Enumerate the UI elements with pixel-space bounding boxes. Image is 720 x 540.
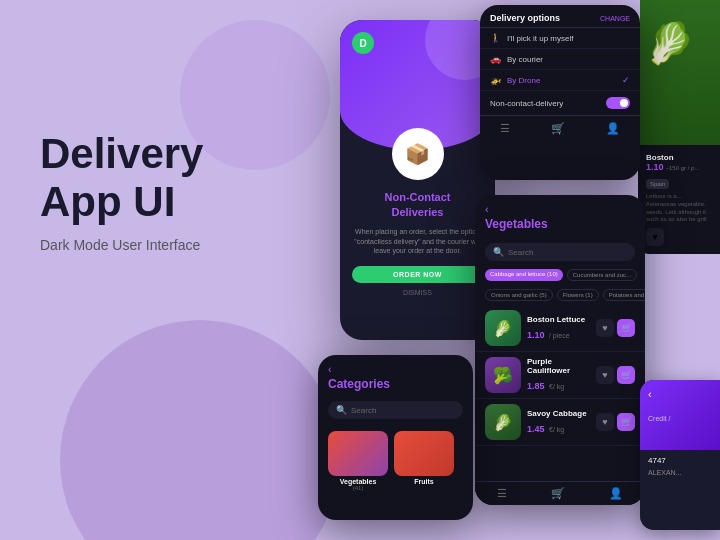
cabbage-image: 🥬 bbox=[485, 404, 521, 440]
vegetables-category-count: (41) bbox=[328, 485, 388, 491]
lettuce-price: 1.10 bbox=[527, 330, 545, 340]
cat-back-button[interactable]: ‹ bbox=[328, 363, 463, 375]
fruits-category-label: Fruits bbox=[394, 478, 454, 485]
veg-search-bar[interactable]: 🔍 Search bbox=[485, 243, 635, 261]
cat-item-vegetables[interactable]: Vegetables (41) bbox=[328, 431, 388, 491]
phone-delivery-options: Delivery options CHANGE 🚶 I'll pick it u… bbox=[480, 5, 640, 180]
categories-title: Categories bbox=[328, 377, 463, 391]
lettuce-cart-button[interactable]: 🛒 bbox=[617, 319, 635, 337]
veg-back-button[interactable]: ‹ bbox=[485, 203, 635, 215]
cauliflower-emoji: 🥦 bbox=[485, 357, 521, 393]
dismiss-button[interactable]: DISMISS bbox=[352, 289, 483, 296]
card-number: 4747 bbox=[648, 456, 712, 465]
heart-button-boston[interactable]: ♥ bbox=[646, 228, 664, 246]
menu-icon[interactable]: ☰ bbox=[500, 122, 510, 135]
cat-item-fruits[interactable]: Fruits bbox=[394, 431, 454, 491]
cat-search-bar[interactable]: 🔍 Search bbox=[328, 401, 463, 419]
tag-potatoes[interactable]: Potatoes and o... bbox=[603, 289, 645, 301]
bottom-nav-delivery: ☰ 🛒 👤 bbox=[480, 115, 640, 141]
tag-onions[interactable]: Onions and garlic (5) bbox=[485, 289, 553, 301]
boston-name: Boston bbox=[646, 153, 712, 162]
fruit-cat-bg bbox=[394, 431, 454, 476]
origin-badge: Spain bbox=[646, 179, 669, 189]
change-link[interactable]: CHANGE bbox=[600, 15, 630, 22]
drone-icon: 🚁 bbox=[490, 75, 501, 85]
drone-label: By Drone bbox=[507, 76, 540, 85]
cabbage-actions: ♥ 🛒 bbox=[596, 413, 635, 431]
veg-menu-icon[interactable]: ☰ bbox=[497, 487, 507, 500]
lettuce-name: Boston Lettuce bbox=[527, 315, 590, 324]
credit-top: ‹ Credit / bbox=[640, 380, 720, 450]
vegetables-title: Vegetables bbox=[485, 217, 635, 231]
phone-center-top: D 📦 bbox=[340, 20, 495, 150]
cauliflower-heart-button[interactable]: ♥ bbox=[596, 366, 614, 384]
pickup-label: I'll pick it up myself bbox=[507, 34, 573, 43]
cauliflower-cart-button[interactable]: 🛒 bbox=[617, 366, 635, 384]
cat-header: ‹ Categories bbox=[318, 355, 473, 397]
veg-item-cauliflower: 🥦 Purple Cauliflower 1.85 €/ kg ♥ 🛒 bbox=[475, 352, 645, 399]
courier-option[interactable]: 🚗 By courier bbox=[480, 49, 640, 70]
drone-option[interactable]: 🚁 By Drone ✓ bbox=[480, 70, 640, 91]
pickup-option[interactable]: 🚶 I'll pick it up myself bbox=[480, 28, 640, 49]
walk-icon: 🚶 bbox=[490, 33, 501, 43]
phone-categories: ‹ Categories 🔍 Search Vegetables (41) Fr… bbox=[318, 355, 473, 520]
cabbage-price: 1.45 bbox=[527, 424, 545, 434]
delivery-header: Delivery options CHANGE bbox=[480, 5, 640, 28]
veg-cat-bg bbox=[328, 431, 388, 476]
phone-center: D 📦 Non-Contact Deliveries When placing … bbox=[340, 20, 495, 340]
cauliflower-price: 1.85 bbox=[527, 381, 545, 391]
non-contact-toggle[interactable] bbox=[606, 97, 630, 109]
veg-item-lettuce: 🥬 Boston Lettuce 1.10 / piece ♥ 🛒 bbox=[475, 305, 645, 352]
car-icon: 🚗 bbox=[490, 54, 501, 64]
lettuce-actions: ♥ 🛒 bbox=[596, 319, 635, 337]
order-now-button[interactable]: ORDER NOW bbox=[352, 266, 483, 283]
veg-cart-icon[interactable]: 🛒 bbox=[551, 487, 565, 500]
categories-grid: Vegetables (41) Fruits bbox=[318, 423, 473, 499]
vegetables-category-label: Vegetables bbox=[328, 478, 388, 485]
delivery-box-icon: 📦 bbox=[392, 128, 444, 180]
cauliflower-actions: ♥ 🛒 bbox=[596, 366, 635, 384]
boston-price: 1.10 bbox=[646, 162, 664, 172]
card-name: ALEXAN... bbox=[648, 469, 712, 476]
app-subtitle: Dark Mode User Interface bbox=[40, 237, 203, 253]
user-avatar: D bbox=[352, 32, 374, 54]
credit-label: Credit / bbox=[648, 415, 712, 422]
veg-bottom-nav: ☰ 🛒 👤 bbox=[475, 481, 645, 505]
lettuce-info: Boston Lettuce 1.10 / piece bbox=[527, 315, 590, 342]
boston-detail-card: Boston 1.10 ~150 gr / p... Spain Lettuce… bbox=[638, 145, 720, 254]
app-title-line1: Delivery bbox=[40, 130, 203, 178]
left-panel: Delivery App UI Dark Mode User Interface bbox=[40, 130, 203, 253]
courier-label: By courier bbox=[507, 55, 543, 64]
cabbage-cart-button[interactable]: 🛒 bbox=[617, 413, 635, 431]
phone-vegetables: ‹ Vegetables 🔍 Search Cabbage and lettuc… bbox=[475, 195, 645, 505]
cabbage-emoji: 🥬 bbox=[485, 404, 521, 440]
lettuce-heart-button[interactable]: ♥ bbox=[596, 319, 614, 337]
credit-back-button[interactable]: ‹ bbox=[648, 388, 712, 400]
tag-flowers[interactable]: Flowers (1) bbox=[557, 289, 599, 301]
profile-icon[interactable]: 👤 bbox=[606, 122, 620, 135]
credit-body: 4747 ALEXAN... bbox=[640, 450, 720, 482]
lettuce-unit: / piece bbox=[549, 332, 570, 339]
tag-cucumbers[interactable]: Cucumbers and zuc... bbox=[567, 269, 637, 281]
cabbage-info: Savoy Cabbage 1.45 €/ kg bbox=[527, 409, 590, 436]
cat-search-placeholder: Search bbox=[351, 406, 376, 415]
cabbage-heart-button[interactable]: ♥ bbox=[596, 413, 614, 431]
cauliflower-name: Purple Cauliflower bbox=[527, 357, 590, 375]
search-icon: 🔍 bbox=[493, 247, 504, 257]
cabbage-name: Savoy Cabbage bbox=[527, 409, 590, 418]
cauliflower-image: 🥦 bbox=[485, 357, 521, 393]
lettuce-emoji: 🥬 bbox=[485, 310, 521, 346]
cauliflower-unit: €/ kg bbox=[549, 383, 564, 390]
non-contact-description: When placing an order, select the option… bbox=[352, 227, 483, 256]
cauliflower-info: Purple Cauliflower 1.85 €/ kg bbox=[527, 357, 590, 393]
tag-cabbage[interactable]: Cabbage and lettuce (10) bbox=[485, 269, 563, 281]
cart-icon[interactable]: 🛒 bbox=[551, 122, 565, 135]
lettuce-image: 🥬 bbox=[485, 310, 521, 346]
veg-profile-icon[interactable]: 👤 bbox=[609, 487, 623, 500]
cat-search-icon: 🔍 bbox=[336, 405, 347, 415]
cabbage-unit: €/ kg bbox=[549, 426, 564, 433]
veg-header: ‹ Vegetables bbox=[475, 195, 645, 239]
app-title-line2: App UI bbox=[40, 178, 203, 226]
boston-weight: ~150 gr / p... bbox=[666, 165, 700, 171]
vegetables-category-image bbox=[328, 431, 388, 476]
